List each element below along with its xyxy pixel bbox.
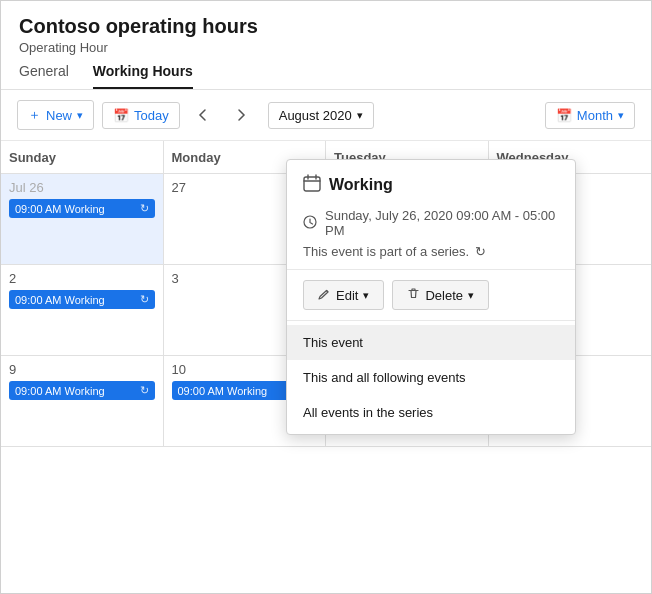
popup-datetime-row: Sunday, July 26, 2020 09:00 AM - 05:00 P… [287, 204, 575, 242]
event-jul26-text: 09:00 AM Working [15, 203, 140, 215]
delete-button[interactable]: Delete ▾ [392, 280, 489, 310]
edit-icon [318, 287, 331, 303]
event-aug2[interactable]: 09:00 AM Working ↻ [9, 290, 155, 309]
date-jul26: Jul 26 [9, 180, 155, 195]
month-chevron-icon: ▾ [618, 109, 624, 122]
popup-series-row: This event is part of a series. ↻ [287, 242, 575, 269]
app-header: Contoso operating hours Operating Hour G… [1, 1, 651, 90]
header-sunday: Sunday [1, 141, 164, 173]
cal-cell-jul26[interactable]: Jul 26 09:00 AM Working ↻ [1, 174, 164, 264]
popup-actions: Edit ▾ Delete ▾ [287, 269, 575, 321]
calendar-icon2: 📅 [556, 108, 572, 123]
event-aug10-text: 09:00 AM Working [178, 385, 303, 397]
cal-cell-aug2[interactable]: 2 09:00 AM Working ↻ [1, 265, 164, 355]
new-chevron-icon: ▾ [77, 109, 83, 122]
popup-menu: This event This and all following events… [287, 321, 575, 434]
popup-title: Working [329, 176, 393, 194]
month-label: Month [577, 108, 613, 123]
prev-button[interactable] [188, 103, 218, 127]
event-popup[interactable]: Working Sunday, July 26, 2020 09:00 AM -… [286, 159, 576, 435]
today-label: Today [134, 108, 169, 123]
calendar-icon: 📅 [113, 108, 129, 123]
event-aug2-text: 09:00 AM Working [15, 294, 140, 306]
plus-icon: ＋ [28, 106, 41, 124]
date-chevron-icon: ▾ [357, 109, 363, 122]
new-button[interactable]: ＋ New ▾ [17, 100, 94, 130]
event-jul26-icon: ↻ [140, 202, 149, 215]
toolbar: ＋ New ▾ 📅 Today August 2020 ▾ 📅 Month ▾ [1, 90, 651, 141]
date-selector[interactable]: August 2020 ▾ [268, 102, 374, 129]
popup-header: Working [287, 160, 575, 204]
popup-series-text: This event is part of a series. [303, 244, 469, 259]
calendar-container: Sunday Monday Tuesday Wednesday Jul 26 0… [1, 141, 651, 447]
tabs: General Working Hours [19, 63, 633, 89]
event-aug9-icon: ↻ [140, 384, 149, 397]
next-button[interactable] [226, 103, 256, 127]
popup-datetime: Sunday, July 26, 2020 09:00 AM - 05:00 P… [325, 208, 559, 238]
menu-item-all-events[interactable]: All events in the series [287, 395, 575, 430]
event-aug9[interactable]: 09:00 AM Working ↻ [9, 381, 155, 400]
clock-icon [303, 215, 317, 232]
series-refresh-icon: ↻ [475, 244, 486, 259]
cal-cell-aug9[interactable]: 9 09:00 AM Working ↻ [1, 356, 164, 446]
delete-chevron-icon: ▾ [468, 289, 474, 302]
event-aug9-text: 09:00 AM Working [15, 385, 140, 397]
date-aug9: 9 [9, 362, 155, 377]
event-aug2-icon: ↻ [140, 293, 149, 306]
event-jul26[interactable]: 09:00 AM Working ↻ [9, 199, 155, 218]
popup-calendar-icon [303, 174, 321, 196]
today-button[interactable]: 📅 Today [102, 102, 180, 129]
app-title: Contoso operating hours [19, 15, 633, 38]
tab-working-hours[interactable]: Working Hours [93, 63, 193, 89]
menu-item-this-event[interactable]: This event [287, 325, 575, 360]
date-aug2: 2 [9, 271, 155, 286]
month-selector[interactable]: 📅 Month ▾ [545, 102, 635, 129]
svg-rect-0 [304, 177, 320, 191]
edit-button[interactable]: Edit ▾ [303, 280, 384, 310]
menu-item-following-events[interactable]: This and all following events [287, 360, 575, 395]
edit-chevron-icon: ▾ [363, 289, 369, 302]
tab-general[interactable]: General [19, 63, 69, 89]
date-label: August 2020 [279, 108, 352, 123]
new-label: New [46, 108, 72, 123]
delete-label: Delete [425, 288, 463, 303]
edit-label: Edit [336, 288, 358, 303]
trash-icon [407, 287, 420, 303]
app-subtitle: Operating Hour [19, 40, 633, 55]
